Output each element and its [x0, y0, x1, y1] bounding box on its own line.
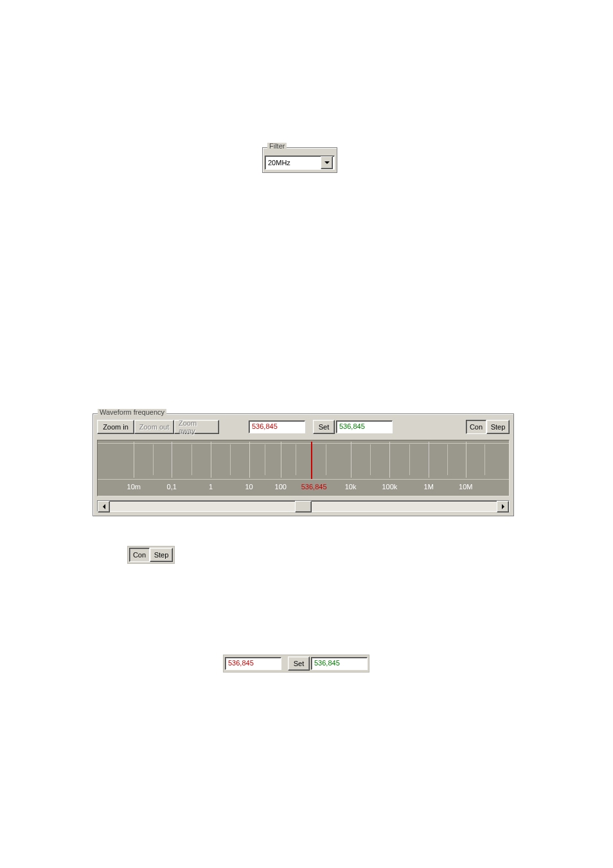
zoom-out-button[interactable]: Zoom out: [134, 420, 174, 434]
ruler-tick: [134, 442, 134, 478]
ruler-label: 10k: [345, 483, 357, 491]
step-mode-button[interactable]: Step: [486, 420, 510, 434]
ruler-tick: [429, 442, 429, 478]
set-frequency-button[interactable]: Set: [313, 420, 335, 434]
ruler-label: 1: [209, 483, 213, 491]
set-value-strip: 536,845 Set 536,845: [223, 655, 369, 673]
ruler-tick: [351, 442, 351, 478]
ruler-label-current: 536,845: [301, 483, 327, 491]
ruler-tick: [466, 442, 466, 478]
frequency-cursor[interactable]: [311, 442, 312, 479]
ruler-tick: [191, 444, 192, 475]
ruler-tick: [326, 444, 326, 475]
ruler-tick: [409, 444, 410, 475]
waveform-toolbar: Zoom in Zoom out Zoom away 536,845 Set 5…: [97, 419, 510, 435]
arrow-right-icon: [502, 504, 504, 509]
ruler-label: 100k: [382, 483, 397, 491]
con-mode-button-standalone[interactable]: Con: [129, 548, 150, 562]
ruler-label: 10: [245, 483, 253, 491]
arrow-left-icon: [103, 504, 105, 509]
zoom-in-button[interactable]: Zoom in: [97, 420, 134, 434]
ruler-tick: [265, 444, 265, 475]
ruler-label: 10m: [127, 483, 141, 491]
scroll-left-button[interactable]: [98, 501, 110, 512]
ruler-label: 0,1: [167, 483, 177, 491]
frequency-scrollbar[interactable]: [97, 500, 510, 512]
filter-combobox[interactable]: 20MHz: [265, 156, 335, 170]
con-mode-button[interactable]: Con: [466, 420, 486, 434]
ruler-tick: [484, 444, 485, 475]
ruler-label: 1M: [424, 483, 434, 491]
waveform-group-label: Waveform frequency: [98, 409, 166, 416]
set-frequency-input[interactable]: 536,845: [336, 420, 393, 433]
ruler-tick: [447, 444, 448, 475]
ruler-tick: [249, 442, 250, 478]
con-step-strip: Con Step: [127, 546, 175, 564]
waveform-frequency-groupbox: Waveform frequency Zoom in Zoom out Zoom…: [93, 413, 514, 516]
ruler-label: 10M: [459, 483, 472, 491]
frequency-ruler[interactable]: 10m 0,1 1 10 100 536,845 10k 100k 1M 10M: [97, 440, 510, 496]
current-value-input-standalone[interactable]: 536,845: [225, 657, 281, 670]
ruler-line-top: [98, 443, 509, 444]
current-frequency-input[interactable]: 536,845: [249, 420, 305, 433]
chevron-down-icon: [324, 161, 330, 164]
ruler-tick: [211, 442, 211, 478]
step-mode-button-standalone[interactable]: Step: [150, 548, 173, 562]
ruler-tick: [230, 444, 231, 475]
set-button-standalone[interactable]: Set: [288, 656, 310, 671]
ruler-tick: [389, 442, 390, 478]
ruler-label: 100: [275, 483, 287, 491]
filter-combobox-value: 20MHz: [265, 159, 321, 167]
ruler-tick: [296, 444, 296, 475]
set-value-input-standalone[interactable]: 536,845: [311, 657, 368, 670]
filter-dropdown-button[interactable]: [321, 156, 333, 169]
scroll-right-button[interactable]: [497, 501, 509, 512]
ruler-tick: [370, 444, 371, 475]
scroll-thumb[interactable]: [295, 501, 312, 512]
ruler-tick: [281, 442, 281, 478]
ruler-tick: [153, 444, 154, 475]
ruler-tick: [172, 442, 172, 478]
filter-groupbox: Filter 20MHz: [262, 147, 337, 173]
ruler-line-bottom: [98, 479, 509, 480]
zoom-away-button[interactable]: Zoom away: [174, 420, 219, 434]
filter-group-label: Filter: [267, 143, 287, 150]
